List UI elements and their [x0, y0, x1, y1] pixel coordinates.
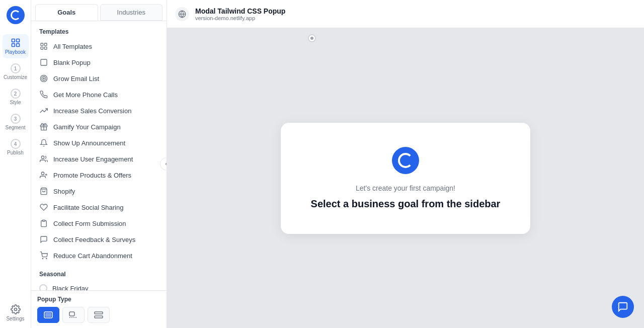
chart-icon: [39, 106, 48, 115]
sidebar-item-blank-popup[interactable]: Blank Popup: [31, 54, 167, 70]
label-blank-popup: Blank Popup: [53, 59, 91, 66]
sidebar-item-form-submission[interactable]: Collect Form Submission: [31, 215, 167, 231]
popup-type-floating-btn[interactable]: [62, 307, 85, 323]
sidebar-item-products[interactable]: Promote Products & Offers: [31, 167, 167, 183]
sidebar-item-phone-calls[interactable]: Get More Phone Calls: [31, 87, 167, 103]
svg-point-12: [43, 78, 45, 79]
users-icon: [39, 154, 48, 163]
label-sales-conversion: Increase Sales Conversion: [53, 107, 131, 115]
website-icon: [175, 7, 189, 21]
svg-rect-2: [12, 44, 15, 47]
seasonal-section-title: Seasonal: [31, 264, 167, 281]
sidebar-content: Templates All Templates Blank Popup: [31, 21, 167, 328]
label-phone-calls: Get More Phone Calls: [53, 91, 118, 99]
tab-goals[interactable]: Goals: [35, 4, 98, 21]
sidebar-item-grow-email[interactable]: Grow Email List: [31, 70, 167, 87]
step-1-circle: 1: [11, 63, 21, 73]
nav-item-settings[interactable]: Settings: [3, 301, 29, 328]
svg-point-21: [42, 258, 43, 259]
svg-rect-24: [45, 313, 51, 317]
card-subtitle: Let's create your first campaign!: [356, 184, 455, 192]
nav-item-customize[interactable]: 1 Customize: [3, 60, 29, 84]
nav-item-style[interactable]: 2 Style: [3, 86, 29, 109]
bell-icon: [39, 138, 48, 147]
nav-label-customize: Customize: [4, 74, 27, 80]
center-card: Let's create your first campaign! Select…: [281, 123, 531, 234]
sidebar-item-user-engagement[interactable]: Increase User Engagement: [31, 151, 167, 167]
svg-rect-5: [41, 43, 43, 46]
step-2-circle: 2: [11, 89, 21, 99]
bag-icon: [39, 187, 48, 196]
chat-button[interactable]: [612, 296, 634, 318]
square-icon: [39, 58, 48, 67]
popup-type-buttons: [37, 307, 160, 323]
popup-type-modal-btn[interactable]: [37, 307, 59, 323]
main-area: Modal Tailwind CSS Popup version-demo.ne…: [167, 0, 644, 328]
top-bar: Modal Tailwind CSS Popup version-demo.ne…: [167, 0, 644, 28]
label-feedback: Collect Feedback & Surveys: [53, 236, 135, 243]
app-subtitle: version-demo.netlify.app: [195, 15, 285, 21]
scroll-indicator: [308, 34, 316, 42]
nav-label-settings: Settings: [6, 316, 24, 322]
svg-point-4: [14, 308, 17, 311]
sidebar-tabs: Goals Industries: [31, 0, 167, 21]
svg-rect-28: [95, 316, 103, 318]
label-grow-email: Grow Email List: [53, 75, 99, 83]
tab-industries[interactable]: Industries: [100, 4, 163, 21]
sidebar-item-reduce-cart[interactable]: Reduce Cart Abandonment: [31, 248, 167, 264]
sidebar: Goals Industries Templates All Templates…: [31, 0, 167, 328]
target-icon: [39, 74, 48, 83]
sidebar-item-sales-conversion[interactable]: Increase Sales Conversion: [31, 103, 167, 119]
svg-rect-9: [41, 59, 47, 65]
svg-point-16: [41, 172, 44, 175]
grid-icon: [39, 42, 48, 51]
clipboard-icon: [39, 219, 48, 228]
step-3-circle: 3: [11, 114, 21, 124]
svg-point-22: [46, 258, 47, 259]
label-shopify: Shopify: [53, 188, 75, 195]
nav-item-segment[interactable]: 3 Segment: [3, 111, 29, 134]
svg-rect-20: [42, 220, 45, 221]
nav-label-publish: Publish: [7, 150, 24, 156]
templates-section-title: Templates: [31, 21, 167, 38]
settings-icon: [10, 304, 21, 315]
svg-point-11: [42, 76, 46, 80]
users-plus-icon: [39, 171, 48, 180]
card-title: Select a business goal from the sidebar: [311, 198, 501, 210]
label-social-sharing: Facilitate Social Sharing: [53, 204, 123, 211]
app-logo: [7, 6, 25, 24]
card-logo: [392, 147, 419, 174]
phone-icon: [39, 90, 48, 99]
popup-type-footer: Popup Type: [31, 290, 167, 328]
sidebar-item-announcement[interactable]: Show Up Announcement: [31, 135, 167, 151]
label-form-submission: Collect Form Submission: [53, 220, 126, 227]
sidebar-item-all-templates[interactable]: All Templates: [31, 38, 167, 54]
playbook-icon: [10, 37, 21, 48]
nav-label-style: Style: [10, 100, 21, 106]
label-reduce-cart: Reduce Cart Abandonment: [53, 252, 132, 260]
svg-rect-25: [69, 312, 74, 316]
sidebar-item-social-sharing[interactable]: Facilitate Social Sharing: [31, 199, 167, 215]
nav-item-playbook[interactable]: Playbook: [3, 34, 29, 58]
sidebar-item-shopify[interactable]: Shopify: [31, 183, 167, 199]
label-products: Promote Products & Offers: [53, 172, 131, 179]
popup-type-bar-btn[interactable]: [88, 307, 110, 323]
svg-rect-3: [16, 44, 19, 47]
step-4-circle: 4: [11, 139, 21, 149]
sidebar-item-feedback[interactable]: Collect Feedback & Surveys: [31, 231, 167, 248]
message-icon: [39, 235, 48, 244]
label-gamify: Gamify Your Campaign: [53, 123, 121, 131]
label-all-templates: All Templates: [53, 43, 92, 50]
app-title: Modal Tailwind CSS Popup: [195, 7, 285, 15]
gift-icon: [39, 122, 48, 131]
svg-rect-0: [12, 39, 15, 42]
svg-rect-27: [95, 312, 103, 314]
nav-label-playbook: Playbook: [5, 49, 26, 55]
svg-rect-8: [44, 47, 47, 49]
svg-point-15: [41, 156, 44, 158]
nav-label-segment: Segment: [5, 125, 25, 131]
nav-item-publish[interactable]: 4 Publish: [3, 136, 29, 159]
top-bar-text: Modal Tailwind CSS Popup version-demo.ne…: [195, 7, 285, 21]
sidebar-item-gamify[interactable]: Gamify Your Campaign: [31, 119, 167, 135]
cart-icon: [39, 251, 48, 260]
